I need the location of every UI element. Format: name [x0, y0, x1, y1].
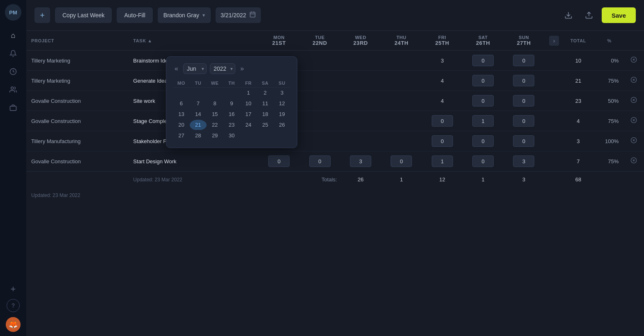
- cell-day[interactable]: [422, 111, 462, 131]
- calendar-day[interactable]: 15: [207, 109, 223, 120]
- day-input[interactable]: [268, 155, 290, 167]
- cell-day[interactable]: [504, 111, 544, 131]
- remove-row-button[interactable]: [623, 131, 644, 151]
- cell-day[interactable]: [504, 91, 544, 111]
- day-input[interactable]: [432, 135, 453, 147]
- calendar-day[interactable]: 28: [190, 130, 207, 141]
- day-input[interactable]: [309, 155, 331, 167]
- day-input[interactable]: [472, 95, 494, 107]
- day-input[interactable]: [513, 75, 534, 86]
- calendar-day[interactable]: 11: [257, 98, 274, 109]
- day-input[interactable]: [472, 115, 494, 127]
- sidebar-item-add[interactable]: +: [5, 281, 21, 297]
- day-input[interactable]: [513, 135, 534, 147]
- cell-day[interactable]: [381, 151, 422, 171]
- calendar-day[interactable]: 29: [207, 130, 223, 141]
- calendar-day[interactable]: 21: [190, 120, 207, 130]
- day-input[interactable]: [472, 155, 494, 167]
- remove-row-button[interactable]: [623, 51, 644, 71]
- save-button[interactable]: Save: [602, 7, 636, 23]
- calendar-week-row: 123: [173, 88, 290, 98]
- day-input[interactable]: [432, 155, 453, 167]
- cell-day[interactable]: [462, 91, 503, 111]
- day-input[interactable]: [472, 55, 494, 66]
- cell-day[interactable]: [462, 71, 503, 91]
- cell-day[interactable]: [422, 151, 462, 171]
- cell-day[interactable]: [504, 51, 544, 71]
- calendar-day[interactable]: 27: [173, 130, 190, 141]
- day-input[interactable]: [391, 155, 412, 167]
- remove-row-button[interactable]: [623, 71, 644, 91]
- calendar-day[interactable]: 2: [257, 88, 274, 98]
- cell-day[interactable]: [340, 151, 381, 171]
- cell-day[interactable]: [504, 151, 544, 171]
- calendar-day[interactable]: 26: [274, 120, 290, 130]
- auto-fill-button[interactable]: Auto-Fill: [117, 7, 152, 23]
- add-entry-button[interactable]: [34, 7, 50, 23]
- calendar-day[interactable]: 30: [223, 130, 240, 141]
- year-select[interactable]: 20202021202220232024: [210, 63, 235, 74]
- calendar-day[interactable]: 3: [274, 88, 290, 98]
- date-picker[interactable]: 3/21/2022: [216, 7, 261, 23]
- day-input[interactable]: [350, 155, 371, 167]
- calendar-prev-button[interactable]: «: [173, 63, 180, 74]
- remove-row-button[interactable]: [623, 111, 644, 131]
- cell-day[interactable]: [462, 111, 503, 131]
- col-header-day: Wed23rd: [340, 31, 381, 51]
- calendar-day[interactable]: 17: [240, 109, 257, 120]
- col-header-pct: %: [595, 31, 623, 51]
- month-select[interactable]: JanFebMarAprMayJunJulAugSepOctNovDec: [183, 63, 207, 74]
- sidebar-item-help[interactable]: ?: [7, 299, 20, 312]
- cell-day[interactable]: [422, 131, 462, 151]
- upload-button[interactable]: [581, 7, 597, 23]
- cell-day[interactable]: [259, 151, 299, 171]
- calendar-day[interactable]: 24: [240, 120, 257, 130]
- calendar-day[interactable]: 7: [190, 98, 207, 109]
- calendar-day[interactable]: 25: [257, 120, 274, 130]
- cell-day[interactable]: [462, 51, 503, 71]
- week-next-button[interactable]: ›: [549, 36, 559, 46]
- sidebar-item-time[interactable]: [5, 63, 21, 80]
- sidebar-item-projects[interactable]: [5, 100, 21, 116]
- calendar-day[interactable]: 13: [173, 109, 190, 120]
- cell-day[interactable]: [504, 71, 544, 91]
- user-selector[interactable]: Brandon Gray ▾: [158, 7, 211, 23]
- cell-day[interactable]: [504, 131, 544, 151]
- copy-last-week-button[interactable]: Copy Last Week: [55, 7, 112, 23]
- day-input[interactable]: [472, 135, 494, 147]
- sidebar-item-notifications[interactable]: [5, 45, 21, 62]
- calendar-day[interactable]: 23: [223, 120, 240, 130]
- remove-row-button[interactable]: [623, 151, 644, 171]
- col-header-task[interactable]: TASK ▲: [128, 31, 242, 51]
- day-input[interactable]: [513, 155, 534, 167]
- calendar-day[interactable]: 9: [223, 98, 240, 109]
- cell-project: Tillery Manufacturing: [26, 131, 128, 151]
- cell-day: [381, 131, 422, 151]
- calendar-day[interactable]: 8: [207, 98, 223, 109]
- calendar-day[interactable]: 1: [240, 88, 257, 98]
- day-input[interactable]: [513, 115, 534, 127]
- calendar-day[interactable]: 10: [240, 98, 257, 109]
- calendar-next-button[interactable]: »: [239, 63, 246, 74]
- user-avatar[interactable]: 🦊: [6, 317, 21, 332]
- cell-day[interactable]: [462, 151, 503, 171]
- calendar-day[interactable]: 6: [173, 98, 190, 109]
- day-input[interactable]: [472, 75, 494, 86]
- cell-day[interactable]: [299, 151, 340, 171]
- calendar-day[interactable]: 16: [223, 109, 240, 120]
- day-input[interactable]: [432, 115, 453, 127]
- sidebar-item-home[interactable]: ⌂: [5, 27, 21, 44]
- calendar-day[interactable]: 19: [274, 109, 290, 120]
- calendar-day[interactable]: 14: [190, 109, 207, 120]
- day-input[interactable]: [513, 95, 534, 107]
- day-input[interactable]: [513, 55, 534, 66]
- calendar-icon[interactable]: [249, 11, 256, 19]
- remove-row-button[interactable]: [623, 91, 644, 111]
- calendar-day[interactable]: 22: [207, 120, 223, 130]
- calendar-day[interactable]: 12: [274, 98, 290, 109]
- calendar-day[interactable]: 18: [257, 109, 274, 120]
- sidebar-item-users[interactable]: [5, 81, 21, 98]
- calendar-day[interactable]: 20: [173, 120, 190, 130]
- cell-day[interactable]: [462, 131, 503, 151]
- download-button[interactable]: [561, 7, 576, 23]
